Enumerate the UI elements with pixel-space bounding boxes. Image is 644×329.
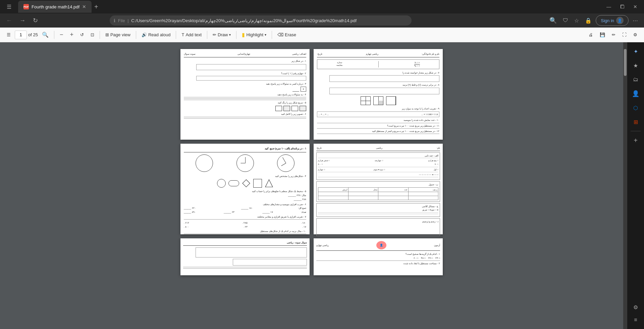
add-sidebar-btn[interactable]: + [629, 134, 642, 147]
settings-icon: ⚙ [633, 32, 637, 37]
pdf-page-left-2: ۱ - در برنامه‌ای (الف-۱۰ نمره) جمع کنید [180, 144, 310, 234]
info-icon: ℹ [114, 18, 115, 23]
pdf-page-right-2: نام: ریاضی تاریخ: الف - چند تایی ○ پنج ه… [314, 144, 443, 234]
svg-marker-1 [243, 180, 250, 187]
sign-in-btn[interactable]: Sign in 👤 [596, 15, 629, 26]
refresh-btn[interactable]: ↻ [31, 15, 40, 26]
tab-bar: PDF Fourth grade math14.pdf ✕ + [18, 1, 600, 13]
zoom-out-btn[interactable]: − [57, 31, 66, 39]
tab-favicon: PDF [23, 4, 29, 9]
pdf-settings-btn[interactable]: ⚙ [631, 31, 640, 39]
read-aloud-icon: 🔊 [142, 32, 147, 37]
rotate-icon: ↺ [80, 32, 84, 37]
draw-icon: ✏ [213, 32, 216, 37]
search-icon: 🔍 [42, 32, 49, 38]
url-path: C:/Users/Green%20rayan/Desktop/ali/سوال%… [131, 18, 357, 23]
copilot-sidebar-btn[interactable]: ✦ [629, 45, 642, 58]
read-aloud-btn[interactable]: 🔊 Read aloud [139, 31, 173, 39]
browser-shield-btn[interactable]: 🛡 [561, 16, 570, 25]
erase-label: Erase [285, 32, 296, 37]
page-view-btn[interactable]: ⊞ Page view [103, 31, 133, 39]
save-icon: 💾 [600, 32, 605, 37]
pdf-menu-btn[interactable]: ☰ [4, 31, 13, 39]
tab-title: Fourth grade math14.pdf [32, 4, 79, 9]
sidebar-toggle-btn[interactable]: ☰ [3, 0, 15, 13]
highlight-btn[interactable]: ▮ Highlight ▾ [239, 30, 269, 39]
address-bar: ← → ↻ ℹ File | C:/Users/Green%20rayan/De… [0, 13, 644, 28]
fullscreen-btn[interactable]: ⛶ [620, 31, 629, 39]
url-text: File | C:/Users/Green%20rayan/Desktop/al… [118, 18, 408, 23]
browser-search-btn[interactable]: 🔍 [547, 15, 559, 26]
pdf-page-row-2: ۱ - در برنامه‌ای (الف-۱۰ نمره) جمع کنید [180, 144, 443, 234]
print-icon: 🖨 [589, 32, 593, 37]
sidebar-divider [631, 131, 641, 131]
forward-btn[interactable]: → [17, 16, 28, 26]
print-btn[interactable]: 🖨 [586, 31, 596, 39]
draw-dropdown-icon: ▾ [229, 33, 231, 37]
favorites-sidebar-btn[interactable]: ★ [629, 59, 642, 72]
fullscreen-icon: ⛶ [622, 32, 627, 37]
add-text-icon: T [181, 32, 184, 37]
divider-7 [272, 31, 272, 39]
url-prefix: File [118, 18, 125, 23]
pdf-viewport[interactable]: اهداف: ریاضی چهارم/ابتدایی نمونه سوال ۱ … [0, 42, 623, 329]
add-text-btn[interactable]: T Add text [179, 31, 204, 39]
highlight-icon: ▮ [242, 32, 245, 38]
divider-5 [207, 31, 207, 39]
divider-6 [236, 31, 236, 39]
collections-sidebar-btn[interactable]: 🗂 [629, 73, 642, 86]
sidebar-bottom: ⚙ ≡ [629, 301, 642, 326]
pdf-page-right-1: نام و نام خانوادگی: ریاضی چهارم تاریخ: ×… [314, 49, 443, 140]
save-btn[interactable]: 💾 [597, 31, 608, 39]
pdf-page-row-1: اهداف: ریاضی چهارم/ابتدایی نمونه سوال ۱ … [180, 49, 443, 140]
fit-icon: ⊡ [91, 32, 94, 37]
back-btn[interactable]: ← [4, 16, 14, 26]
url-bar[interactable]: ℹ File | C:/Users/Green%20rayan/Desktop/… [110, 15, 412, 26]
pdf-page-right-3: آزمون 👤 ریاضی چهارم ۱ - کدام یک از گزینه… [314, 238, 443, 275]
new-tab-btn[interactable]: + [94, 3, 98, 11]
pdf-scrollbar[interactable] [623, 42, 627, 329]
pdf-page-row-3: سوال نمونه - ریاضی آزمون 👤 ریاضی چهارم ۱ [180, 238, 443, 275]
total-pages: of 25 [28, 32, 38, 37]
pdf-page-left-3: سوال نمونه - ریاضی [180, 238, 310, 275]
active-tab[interactable]: PDF Fourth grade math14.pdf ✕ [18, 1, 92, 13]
main-content: اهداف: ریاضی چهارم/ابتدایی نمونه سوال ۱ … [0, 42, 644, 329]
pdf-search-btn[interactable]: 🔍 [39, 30, 51, 39]
office-sidebar-btn[interactable]: ⊞ [629, 115, 642, 128]
fit-rotate-btn[interactable]: ↺ [77, 31, 87, 39]
tab-close-btn[interactable]: ✕ [82, 4, 86, 9]
divider-2 [100, 31, 100, 39]
browser-toolbar-right: 🔍 🛡 ☆ 🔒 Sign in 👤 ⋯ [547, 15, 640, 26]
minimize-btn[interactable]: — [602, 2, 615, 11]
divider-3 [136, 31, 136, 39]
draw-btn[interactable]: ✏ Draw ▾ [210, 31, 233, 39]
page-view-label: Page view [110, 32, 130, 37]
close-btn[interactable]: ✕ [629, 2, 641, 11]
outlook-sidebar-btn[interactable]: ⬡ [629, 101, 642, 114]
page-number-input[interactable] [15, 31, 27, 39]
avatar: 👤 [616, 17, 624, 24]
erase-btn[interactable]: ⌫ Erase [275, 31, 299, 39]
ink-btn[interactable]: ✏ [609, 31, 618, 39]
settings2-sidebar-btn[interactable]: ≡ [629, 314, 642, 326]
settings-sidebar-btn[interactable]: ⚙ [629, 301, 642, 314]
divider-1 [54, 31, 54, 39]
zoom-in-btn[interactable]: + [67, 31, 76, 39]
scrollbar-thumb[interactable] [624, 49, 627, 76]
person-sidebar-btn[interactable]: 👤 [629, 87, 642, 100]
more-options-btn[interactable]: ⋯ [631, 16, 640, 25]
highlight-label: Highlight [246, 32, 263, 37]
svg-marker-0 [265, 180, 273, 187]
right-tools: 🖨 💾 ✏ ⛶ ⚙ [586, 31, 640, 39]
sign-in-label: Sign in [601, 18, 614, 23]
erase-icon: ⌫ [277, 32, 283, 37]
menu-icon: ☰ [7, 32, 11, 37]
maximize-btn[interactable]: ⧠ [616, 2, 629, 11]
add-text-label: Add text [185, 32, 202, 37]
fit-page-btn[interactable]: ⊡ [88, 31, 97, 39]
favorites-btn[interactable]: ☆ [572, 16, 581, 25]
browser-tab-bar: ☰ PDF Fourth grade math14.pdf ✕ + — ⧠ ✕ [0, 0, 644, 13]
wallet-btn[interactable]: 🔒 [583, 16, 594, 25]
read-aloud-label: Read aloud [148, 32, 171, 37]
pdf-toolbar: ☰ of 25 🔍 − + ↺ ⊡ ⊞ Page view 🔊 Read alo… [0, 28, 644, 42]
